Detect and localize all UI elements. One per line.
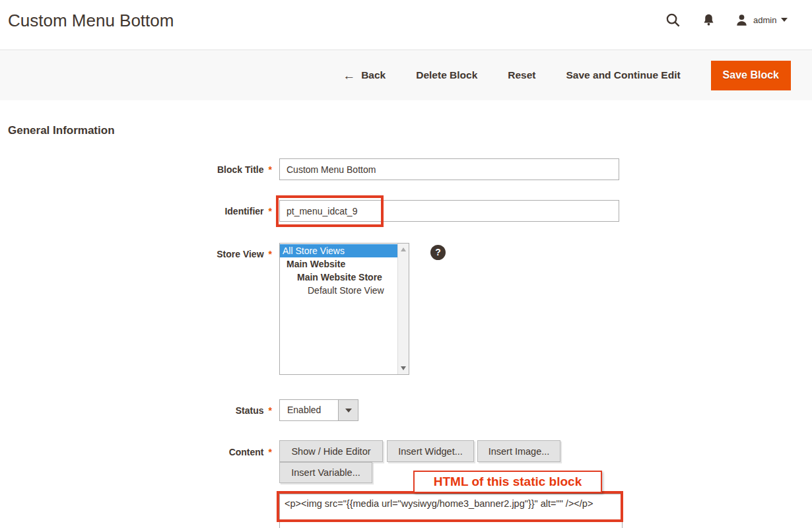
callout-html-of-static-block: HTML of this static block xyxy=(413,471,602,493)
required-asterisk: * xyxy=(269,405,272,416)
store-view-option-main-website-store[interactable]: Main Website Store xyxy=(280,271,397,284)
status-label: Status* xyxy=(0,405,272,416)
store-view-scrollbar[interactable] xyxy=(397,244,409,374)
block-title-label: Block Title* xyxy=(0,164,272,175)
save-and-continue-button[interactable]: Save and Continue Edit xyxy=(566,69,681,81)
cms-block-edit-page: Custom Menu Bottom admin xyxy=(0,0,812,528)
block-title-input[interactable] xyxy=(279,158,619,180)
show-hide-editor-button[interactable]: Show / Hide Editor xyxy=(279,440,383,462)
person-icon xyxy=(735,13,749,27)
chevron-down-icon xyxy=(345,409,352,412)
identifier-label: Identifier* xyxy=(0,206,272,216)
chevron-down-icon xyxy=(781,18,788,22)
page-actions-toolbar: ← Back Delete Block Reset Save and Conti… xyxy=(0,50,812,100)
required-asterisk: * xyxy=(269,164,272,175)
content-textarea[interactable]: <p><img src="{{media url="wysiwyg/home3_… xyxy=(279,494,623,528)
save-block-button[interactable]: Save Block xyxy=(711,61,791,90)
back-arrow-icon: ← xyxy=(343,69,355,82)
reset-button[interactable]: Reset xyxy=(508,69,535,81)
insert-image-button[interactable]: Insert Image... xyxy=(477,440,560,462)
admin-account-menu[interactable]: admin xyxy=(735,11,788,28)
delete-block-button[interactable]: Delete Block xyxy=(416,69,477,81)
insert-widget-button[interactable]: Insert Widget... xyxy=(387,440,474,462)
scroll-up-icon[interactable] xyxy=(401,248,406,251)
scroll-down-icon[interactable] xyxy=(401,366,406,370)
store-view-options: All Store Views Main Website Main Websit… xyxy=(280,244,397,297)
admin-username: admin xyxy=(753,15,776,25)
back-button[interactable]: ← Back xyxy=(343,69,386,82)
store-view-option-main-website[interactable]: Main Website xyxy=(280,257,397,271)
insert-variable-button[interactable]: Insert Variable... xyxy=(279,462,372,483)
bell-icon xyxy=(702,13,716,27)
store-view-multiselect[interactable]: All Store Views Main Website Main Websit… xyxy=(279,243,409,375)
search-icon xyxy=(665,13,681,28)
page-title: Custom Menu Bottom xyxy=(8,11,174,31)
status-select-arrow-segment[interactable] xyxy=(338,400,358,420)
content-label: Content* xyxy=(0,447,272,457)
notifications-button[interactable] xyxy=(700,11,717,28)
search-button[interactable] xyxy=(664,11,681,28)
status-selected-value: Enabled xyxy=(287,400,321,420)
identifier-input[interactable] xyxy=(279,200,619,222)
required-asterisk: * xyxy=(269,249,272,259)
required-asterisk: * xyxy=(269,206,272,216)
store-view-option-all-store-views[interactable]: All Store Views xyxy=(280,244,397,257)
store-view-help-icon[interactable]: ? xyxy=(430,245,446,260)
section-title-general-information: General Information xyxy=(8,124,115,137)
required-asterisk: * xyxy=(269,447,272,457)
store-view-option-default-store-view[interactable]: Default Store View xyxy=(280,284,397,297)
status-select[interactable]: Enabled xyxy=(279,399,358,421)
store-view-label: Store View* xyxy=(0,249,272,259)
